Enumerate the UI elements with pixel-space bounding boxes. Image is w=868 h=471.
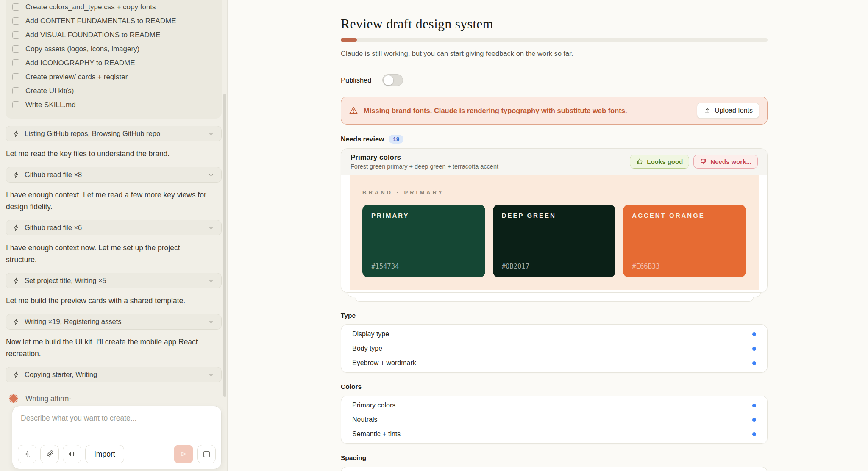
checkbox[interactable] [12, 73, 19, 80]
tool-call-chip[interactable]: Listing GitHub repos, Browsing GitHub re… [6, 126, 222, 141]
assistant-message: Let me read the key files to understand … [6, 148, 209, 160]
checklist-item: Create preview/ cards + register [12, 70, 215, 84]
checkbox[interactable] [12, 31, 19, 39]
section-item-semantic-tints[interactable]: Semantic + tints [341, 427, 767, 441]
task-checklist: Create colors_and_type.css + copy fonts … [6, 0, 222, 119]
settings-button[interactable] [18, 445, 36, 463]
tool-call-chip[interactable]: Github read file ×8 [6, 167, 222, 183]
lightning-bolt-icon [13, 130, 19, 137]
tool-call-chip[interactable]: Writing ×19, Registering assets [6, 314, 222, 330]
section-item-eyebrow-wordmark[interactable]: Eyebrow + wordmark [341, 356, 767, 370]
upload-fonts-button[interactable]: Upload fonts [697, 103, 760, 119]
swatch-name: DEEP GREEN [502, 212, 607, 219]
swatch-name: ACCENT ORANGE [632, 212, 737, 219]
checklist-item: Create colors_and_type.css + copy fonts [12, 0, 215, 14]
voice-button[interactable] [63, 445, 81, 463]
section-item-display-type[interactable]: Display type [341, 327, 767, 341]
page-title: Review draft design system [341, 16, 768, 32]
progress-bar-fill [341, 38, 357, 42]
looks-good-label: Looks good [647, 158, 683, 165]
review-card-header: Primary colors Forest green primary + de… [341, 149, 767, 175]
tool-call-label: Copying starter, Writing [25, 371, 203, 379]
app-window: Create colors_and_type.css + copy fonts … [0, 0, 868, 471]
checkbox[interactable] [12, 59, 19, 66]
review-card-titles: Primary colors Forest green primary + de… [351, 153, 498, 170]
assistant-message: Now let me build the UI kit. I'll create… [6, 336, 209, 360]
checklist-item-label: Create colors_and_type.css + copy fonts [25, 3, 156, 11]
published-toggle[interactable] [382, 74, 403, 86]
checkbox[interactable] [12, 3, 19, 11]
section-heading-spacing: Spacing [341, 454, 768, 462]
unreviewed-dot [752, 347, 756, 351]
unreviewed-dot [752, 332, 756, 336]
checklist-item: Copy assets (logos, icons, imagery) [12, 42, 215, 56]
needs-work-label: Needs work... [710, 158, 751, 165]
send-button[interactable] [174, 445, 193, 463]
tool-call-chip[interactable]: Github read file ×6 [6, 220, 222, 236]
working-status-label: Writing affirm- [25, 394, 71, 403]
section-item-label: Body type [352, 345, 382, 352]
checkbox[interactable] [12, 45, 19, 53]
upload-fonts-label: Upload fonts [715, 107, 753, 114]
import-button[interactable]: Import [85, 445, 124, 463]
unreviewed-dot [752, 432, 756, 436]
looks-good-button[interactable]: Looks good [630, 155, 689, 169]
review-card-subtitle: Forest green primary + deep green + terr… [351, 163, 498, 170]
section-item-neutrals[interactable]: Neutrals [341, 413, 767, 427]
published-row: Published [341, 74, 768, 86]
checklist-item-label: Write SKILL.md [25, 101, 76, 109]
toggle-knob [384, 75, 393, 85]
lightning-bolt-icon [13, 277, 19, 284]
section-item-label: Neutrals [352, 416, 378, 424]
checklist-item-label: Add VISUAL FOUNDATIONS to README [25, 31, 160, 39]
checkbox[interactable] [12, 17, 19, 25]
unreviewed-dot [752, 418, 756, 422]
tool-call-label: Listing GitHub repos, Browsing GitHub re… [25, 130, 203, 138]
lightning-bolt-icon [13, 172, 19, 178]
tool-call-chip[interactable]: Copying starter, Writing [6, 367, 222, 382]
composer-controls: Import [18, 445, 216, 463]
stacked-card-edge [348, 293, 761, 297]
attach-button[interactable] [40, 445, 59, 463]
needs-review-count-badge: 19 [389, 135, 403, 144]
checklist-item-label: Copy assets (logos, icons, imagery) [25, 45, 139, 53]
page-subtitle: Claude is still working, but you can sta… [341, 50, 768, 58]
needs-work-button[interactable]: Needs work... [693, 155, 758, 169]
unreviewed-dot [752, 404, 756, 407]
section-card-type: Display type Body type Eyebrow + wordmar… [341, 324, 768, 373]
paperclip-icon [45, 450, 54, 458]
thumbs-up-icon [636, 158, 643, 165]
section-card-spacing [341, 467, 768, 471]
brand-preview: BRAND · PRIMARY PRIMARY #154734 DEEP GRE… [350, 175, 759, 290]
tool-call-chip[interactable]: Set project title, Writing ×5 [6, 273, 222, 288]
checklist-item-label: Create preview/ cards + register [25, 73, 128, 81]
chevron-down-icon [208, 371, 214, 378]
preview-panel: Review draft design system Claude is sti… [228, 0, 868, 471]
section-item-label: Display type [352, 330, 389, 338]
checkbox[interactable] [12, 87, 19, 94]
swatch-name: PRIMARY [371, 212, 476, 219]
lightning-bolt-icon [13, 224, 19, 231]
swatch-hex: #0B2017 [502, 263, 607, 270]
review-card-title: Primary colors [351, 153, 498, 162]
review-card-body: BRAND · PRIMARY PRIMARY #154734 DEEP GRE… [341, 175, 767, 292]
assistant-message: I have enough context now. Let me set up… [6, 242, 209, 266]
gear-icon [23, 450, 31, 458]
waveform-icon [68, 450, 76, 458]
claude-starburst-icon [8, 393, 19, 404]
color-swatch-primary: PRIMARY #154734 [362, 205, 485, 277]
stop-button[interactable] [197, 445, 216, 463]
chevron-down-icon [208, 319, 214, 325]
chevron-down-icon [208, 224, 214, 231]
sidebar-scrollbar[interactable] [223, 94, 226, 397]
swatch-hex: #E66B33 [632, 263, 737, 270]
checklist-item-label: Add ICONOGRAPHY to README [25, 59, 135, 67]
tool-call-label: Github read file ×8 [25, 171, 203, 179]
preview-eyebrow: BRAND · PRIMARY [362, 189, 746, 196]
composer-input[interactable] [21, 414, 214, 435]
thumbs-down-icon [700, 158, 707, 165]
needs-review-row: Needs review 19 [341, 135, 768, 144]
checkbox[interactable] [12, 101, 19, 108]
section-item-primary-colors[interactable]: Primary colors [341, 398, 767, 413]
section-item-body-type[interactable]: Body type [341, 341, 767, 356]
